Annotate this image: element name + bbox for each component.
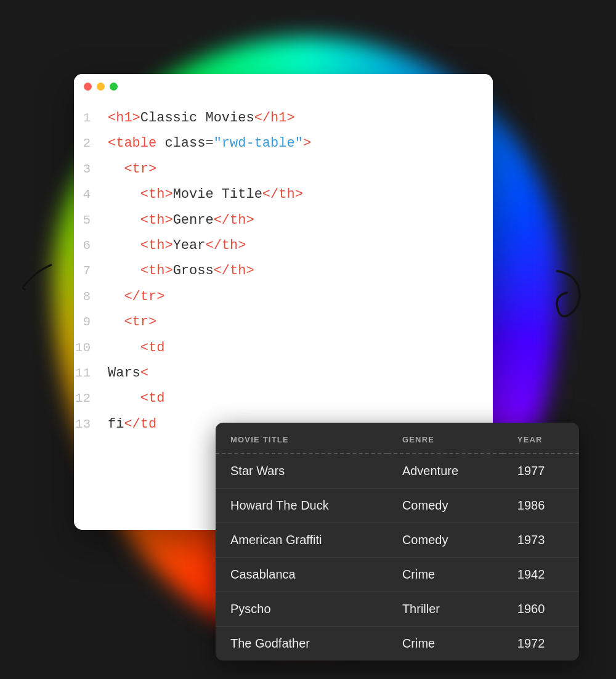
code-line: 12 <td — [74, 386, 493, 411]
code-text: <td — [108, 387, 164, 410]
line-number: 12 — [74, 388, 108, 410]
line-number: 8 — [74, 286, 108, 308]
cell-title: Star Wars — [216, 453, 387, 489]
line-number: 11 — [74, 362, 108, 384]
line-number: 10 — [74, 337, 108, 359]
cell-title: The Godfather — [216, 627, 387, 661]
annotation-right — [539, 265, 588, 329]
cell-year: 1942 — [503, 558, 579, 592]
code-text: <th>Genre</th> — [108, 209, 254, 232]
line-number: 9 — [74, 311, 108, 333]
line-number: 2 — [74, 132, 108, 155]
cell-title: American Graffiti — [216, 523, 387, 558]
table-row: American GraffitiComedy1973 — [216, 523, 579, 558]
cell-title: Howard The Duck — [216, 489, 387, 523]
code-editor-content: 1 <h1>Classic Movies</h1> 2 <table class… — [74, 99, 493, 443]
code-text: </tr> — [108, 285, 164, 308]
code-text: <th>Year</th> — [108, 234, 246, 257]
minimize-button-icon[interactable] — [97, 83, 105, 91]
code-line: 9 <tr> — [74, 309, 493, 335]
cell-year: 1972 — [503, 627, 579, 661]
code-text: <table class="rwd-table"> — [108, 132, 311, 155]
column-header-title: MOVIE TITLE — [216, 423, 387, 453]
movies-table: MOVIE TITLE GENRE YEAR Star WarsAdventur… — [216, 423, 579, 661]
code-line: 6 <th>Year</th> — [74, 233, 493, 258]
window-titlebar — [74, 74, 493, 99]
table-row: PyschoThriller1960 — [216, 592, 579, 627]
code-text: <tr> — [108, 158, 156, 181]
code-line: 8 </tr> — [74, 284, 493, 309]
line-number: 6 — [74, 235, 108, 257]
code-line: 2 <table class="rwd-table"> — [74, 131, 493, 156]
column-header-year: YEAR — [503, 423, 579, 453]
code-line: 10 <td — [74, 335, 493, 360]
table-row: The GodfatherCrime1972 — [216, 627, 579, 661]
line-number: 13 — [74, 413, 108, 436]
cell-year: 1973 — [503, 523, 579, 558]
line-number: 3 — [74, 158, 108, 181]
code-line: 4 <th>Movie Title</th> — [74, 182, 493, 207]
line-number: 7 — [74, 260, 108, 282]
code-text: <tr> — [108, 311, 156, 333]
table-header-row: MOVIE TITLE GENRE YEAR — [216, 423, 579, 453]
code-text: <th>Gross</th> — [108, 259, 254, 282]
cell-genre: Comedy — [387, 489, 503, 523]
data-table-container: MOVIE TITLE GENRE YEAR Star WarsAdventur… — [216, 423, 579, 661]
table-row: Howard The DuckComedy1986 — [216, 489, 579, 523]
code-text: fi</td — [108, 413, 156, 436]
code-line: 7 <th>Gross</th> — [74, 258, 493, 283]
cell-genre: Crime — [387, 558, 503, 592]
cell-title: Pyscho — [216, 592, 387, 627]
line-number: 4 — [74, 184, 108, 206]
cell-genre: Comedy — [387, 523, 503, 558]
column-header-genre: GENRE — [387, 423, 503, 453]
cell-genre: Crime — [387, 627, 503, 661]
annotation-left — [17, 259, 60, 298]
line-number: 1 — [74, 107, 108, 129]
code-text: <th>Movie Title</th> — [108, 183, 303, 206]
line-number: 5 — [74, 209, 108, 232]
close-button-icon[interactable] — [84, 83, 92, 91]
maximize-button-icon[interactable] — [110, 83, 118, 91]
code-line: 5 <th>Genre</th> — [74, 208, 493, 233]
code-line: 3 <tr> — [74, 157, 493, 182]
cell-year: 1960 — [503, 592, 579, 627]
cell-year: 1977 — [503, 453, 579, 489]
code-line: 1 <h1>Classic Movies</h1> — [74, 105, 493, 131]
cell-year: 1986 — [503, 489, 579, 523]
code-line: 11 Wars< — [74, 360, 493, 386]
cell-title: Casablanca — [216, 558, 387, 592]
table-row: Star WarsAdventure1977 — [216, 453, 579, 489]
cell-genre: Thriller — [387, 592, 503, 627]
code-text: <td — [108, 336, 164, 359]
code-text: Wars< — [108, 362, 148, 384]
code-text: <h1>Classic Movies</h1> — [108, 107, 295, 129]
cell-genre: Adventure — [387, 453, 503, 489]
table-row: CasablancaCrime1942 — [216, 558, 579, 592]
